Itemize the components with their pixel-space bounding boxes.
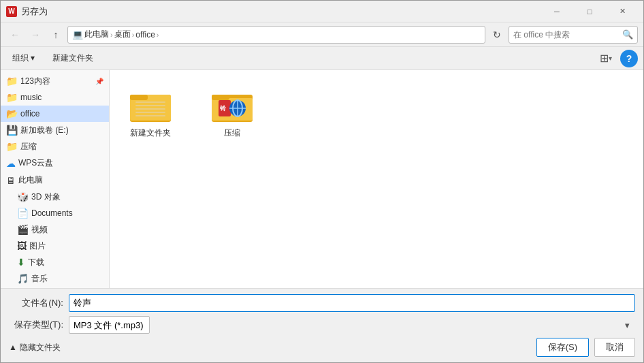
up-button[interactable]: ↑ xyxy=(47,26,65,44)
svg-rect-4 xyxy=(135,101,165,103)
document-icon: 📄 xyxy=(17,208,29,219)
sidebar: 📁 123内容 📌 📁 music 📂 office 💾 新加载卷 (E:) 📁… xyxy=(1,70,110,288)
sidebar-item-3d[interactable]: 🎲 3D 对象 xyxy=(1,189,109,205)
computer-icon: 🖥 xyxy=(6,175,16,186)
sidebar-item-123[interactable]: 📁 123内容 📌 xyxy=(1,73,109,89)
hide-files-label: 隐藏文件夹 xyxy=(20,342,61,353)
new-folder-button[interactable]: 新建文件夹 xyxy=(46,50,99,67)
back-button[interactable]: ← xyxy=(6,26,24,44)
breadcrumb-office[interactable]: office xyxy=(135,30,155,40)
forward-button[interactable]: → xyxy=(27,26,44,44)
svg-rect-11 xyxy=(212,95,229,100)
filename-input[interactable] xyxy=(69,294,635,312)
sidebar-item-label: 3D 对象 xyxy=(31,191,61,203)
cloud-icon: ☁ xyxy=(6,158,16,169)
sidebar-item-downloads[interactable]: ⬇ 下载 xyxy=(1,254,109,270)
sidebar-item-label: Documents xyxy=(31,208,73,218)
sidebar-item-office[interactable]: 📂 office xyxy=(1,106,109,122)
organize-button[interactable]: 组织 ▾ xyxy=(6,50,41,67)
folder-plain-icon xyxy=(130,88,171,123)
sidebar-item-label: 音乐 xyxy=(31,273,48,285)
view-options: ⊞ ▾ ? xyxy=(597,50,638,67)
folder-compressed-icon: 铃 xyxy=(212,88,253,123)
file-item-label: 压缩 xyxy=(224,127,240,139)
view-toggle-button[interactable]: ⊞ ▾ xyxy=(597,50,615,67)
folder-icon: 📁 xyxy=(6,92,18,103)
breadcrumb[interactable]: 💻 此电脑 › 桌面 › office › xyxy=(67,26,485,44)
window-title: 另存为 xyxy=(21,5,541,18)
drive-icon: 💾 xyxy=(6,125,18,136)
bottom-bar: 文件名(N): 保存类型(T): MP3 文件 (*.mp3) WAV 文件 (… xyxy=(1,288,643,362)
cancel-button[interactable]: 取消 xyxy=(594,338,635,357)
svg-rect-3 xyxy=(130,95,148,100)
file-item-label: 新建文件夹 xyxy=(130,127,171,139)
section-label: 此电脑 xyxy=(18,174,43,186)
sidebar-item-label: office xyxy=(20,109,39,119)
breadcrumb-computer[interactable]: 💻 此电脑 xyxy=(72,29,109,40)
maximize-button[interactable]: □ xyxy=(574,1,605,22)
filetype-select-wrapper: MP3 文件 (*.mp3) WAV 文件 (*.wav) FLAC 文件 (*… xyxy=(69,316,635,334)
folder-icon: 📁 xyxy=(6,141,18,152)
chevron-up-icon: ▲ xyxy=(9,343,17,352)
filetype-select[interactable]: MP3 文件 (*.mp3) WAV 文件 (*.wav) FLAC 文件 (*… xyxy=(69,316,150,334)
section-label: WPS云盘 xyxy=(18,157,53,169)
sidebar-item-label: music xyxy=(20,93,42,102)
image-icon: 🖼 xyxy=(17,240,27,251)
download-icon: ⬇ xyxy=(17,257,25,268)
sidebar-item-video[interactable]: 🎬 视频 xyxy=(1,221,109,238)
save-button[interactable]: 保存(S) xyxy=(536,338,589,357)
filetype-row: 保存类型(T): MP3 文件 (*.mp3) WAV 文件 (*.wav) F… xyxy=(9,316,635,334)
sidebar-item-label: 下载 xyxy=(28,257,44,268)
filetype-label: 保存类型(T): xyxy=(9,319,63,331)
sidebar-item-drive[interactable]: 💾 新加载卷 (E:) xyxy=(1,122,109,138)
action-buttons: 保存(S) 取消 xyxy=(536,338,635,357)
filename-row: 文件名(N): xyxy=(9,294,635,312)
minimize-button[interactable]: ─ xyxy=(541,1,573,22)
app-icon: W xyxy=(6,6,17,17)
file-item-new-folder[interactable]: 新建文件夹 xyxy=(123,84,178,143)
search-input[interactable] xyxy=(513,30,619,40)
folder-icon: 📁 xyxy=(6,76,18,86)
sidebar-item-label: 新加载卷 (E:) xyxy=(20,125,69,136)
sidebar-item-music[interactable]: 📁 music xyxy=(1,89,109,106)
svg-rect-5 xyxy=(135,105,165,106)
sidebar-item-label: 视频 xyxy=(31,224,48,236)
hide-files-toggle[interactable]: ▲ 隐藏文件夹 xyxy=(9,342,61,353)
folder-icon-open: 📂 xyxy=(6,108,18,119)
sidebar-item-label: 图片 xyxy=(29,240,46,252)
address-bar: ← → ↑ 💻 此电脑 › 桌面 › office › ↻ 🔍 xyxy=(1,22,643,47)
title-bar: W 另存为 ─ □ ✕ xyxy=(1,1,643,22)
svg-rect-7 xyxy=(135,112,165,113)
cube-icon: 🎲 xyxy=(17,191,29,202)
music-icon: 🎵 xyxy=(17,273,29,284)
svg-rect-8 xyxy=(135,115,165,116)
video-icon: 🎬 xyxy=(17,224,29,235)
file-item-compress[interactable]: 铃 压缩 xyxy=(205,84,259,143)
sidebar-item-label: 123内容 xyxy=(20,76,50,87)
help-button[interactable]: ? xyxy=(620,50,638,67)
toolbar: 组织 ▾ 新建文件夹 ⊞ ▾ ? xyxy=(1,47,643,70)
svg-rect-6 xyxy=(135,108,165,110)
sidebar-item-documents[interactable]: 📄 Documents xyxy=(1,205,109,221)
sidebar-section-wps[interactable]: ☁ WPS云盘 xyxy=(1,155,109,172)
main-content: 📁 123内容 📌 📁 music 📂 office 💾 新加载卷 (E:) 📁… xyxy=(1,70,643,288)
filename-label: 文件名(N): xyxy=(9,297,63,309)
window-controls: ─ □ ✕ xyxy=(541,1,638,22)
sidebar-item-pictures[interactable]: 🖼 图片 xyxy=(1,238,109,254)
file-area: 新建文件夹 铃 压缩 xyxy=(110,70,643,288)
sidebar-item-music2[interactable]: 🎵 音乐 xyxy=(1,270,109,287)
sidebar-item-compress[interactable]: 📁 压缩 xyxy=(1,138,109,155)
pin-icon: 📌 xyxy=(95,78,103,85)
search-box[interactable]: 🔍 xyxy=(509,26,638,44)
sidebar-item-label: 压缩 xyxy=(20,141,37,153)
sidebar-section-thispc[interactable]: 🖥 此电脑 xyxy=(1,172,109,189)
refresh-button[interactable]: ↻ xyxy=(488,26,506,44)
close-button[interactable]: ✕ xyxy=(607,1,638,22)
search-icon: 🔍 xyxy=(622,29,633,40)
breadcrumb-desktop[interactable]: 桌面 xyxy=(114,29,131,40)
bottom-actions: ▲ 隐藏文件夹 保存(S) 取消 xyxy=(9,338,635,357)
svg-text:铃: 铃 xyxy=(219,105,227,112)
